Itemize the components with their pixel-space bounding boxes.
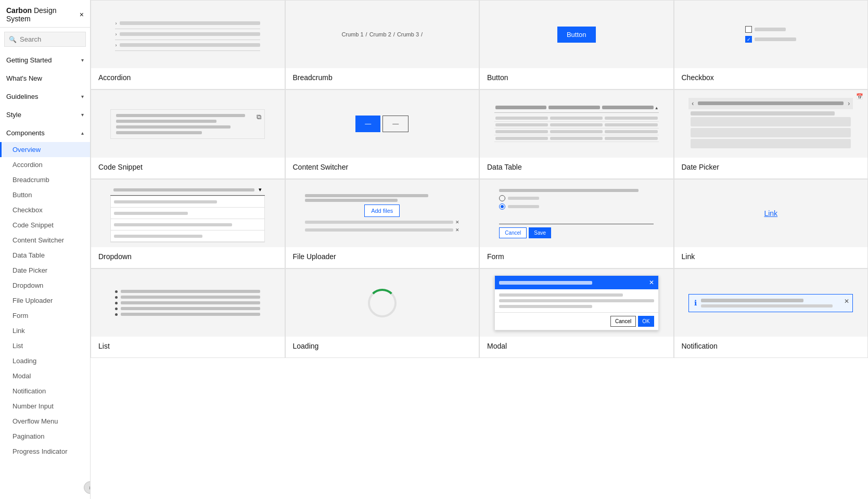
nav-section: Getting Started ▾ What's New Guidelines … <box>0 51 90 459</box>
sidebar-sub-item-progress-indicator[interactable]: Progress Indicator <box>0 444 90 459</box>
component-card-date-picker[interactable]: ‹ › 📅 <box>674 89 869 179</box>
button-preview-mock[interactable]: Button <box>557 27 596 43</box>
sidebar-sub-item-number-input[interactable]: Number Input <box>0 399 90 414</box>
sidebar-sub-item-overview[interactable]: Overview <box>0 142 90 157</box>
sidebar-sub-item-form[interactable]: Form <box>0 308 90 323</box>
component-preview-loading <box>286 269 479 337</box>
sidebar-sub-item-dropdown[interactable]: Dropdown <box>0 278 90 293</box>
search-input[interactable] <box>20 35 81 43</box>
modal-confirm-button[interactable]: OK <box>638 316 654 327</box>
component-label-loading: Loading <box>286 337 479 357</box>
radio-unselected <box>499 195 505 201</box>
component-card-list[interactable]: List <box>91 268 285 358</box>
sidebar-sub-item-pagination[interactable]: Pagination <box>0 429 90 444</box>
form-cancel-button[interactable]: Cancel <box>499 227 527 238</box>
sidebar-item-getting-started[interactable]: Getting Started ▾ <box>0 51 90 69</box>
sidebar-expand-button[interactable]: › <box>84 481 91 494</box>
component-preview-button: Button <box>480 1 673 68</box>
breadcrumb-sep: / <box>393 31 395 37</box>
code-snippet-mock: ⧉ <box>110 109 265 139</box>
sidebar-sub-item-modal[interactable]: Modal <box>0 368 90 383</box>
app-logo: Carbon Design System <box>6 6 80 23</box>
sidebar-sub-item-content-switcher[interactable]: Content Switcher <box>0 233 90 248</box>
component-card-code-snippet[interactable]: ⧉ Code Snippet <box>91 89 285 179</box>
component-card-link[interactable]: Link Link <box>674 179 869 268</box>
modal-cancel-button[interactable]: Cancel <box>610 316 636 327</box>
dp-prev-icon: ‹ <box>692 100 694 107</box>
notification-close-icon[interactable]: ✕ <box>844 298 849 305</box>
sidebar-item-label: Getting Started <box>6 56 52 64</box>
sidebar-item-whats-new[interactable]: What's New <box>0 69 90 87</box>
sidebar-sub-item-link[interactable]: Link <box>0 323 90 338</box>
chevron-down-icon: ▾ <box>81 94 84 99</box>
close-icon[interactable]: × <box>80 10 84 19</box>
component-card-loading[interactable]: Loading <box>285 268 480 358</box>
component-preview-dropdown: ▾ <box>91 180 285 247</box>
sidebar-sub-item-checkbox[interactable]: Checkbox <box>0 202 90 217</box>
component-label-file-uploader: File Uploader <box>286 247 479 268</box>
component-card-accordion[interactable]: › › › Accordion <box>91 0 285 89</box>
sidebar-sub-item-overflow-menu[interactable]: Overflow Menu <box>0 414 90 429</box>
link-mock[interactable]: Link <box>764 209 777 217</box>
remove-file-icon: ✕ <box>455 227 459 233</box>
switcher-active-btn[interactable]: — <box>355 116 380 132</box>
sidebar-sub-item-list[interactable]: List <box>0 338 90 353</box>
component-card-button[interactable]: Button Button <box>479 0 674 89</box>
component-label-form: Form <box>480 247 673 268</box>
sidebar-item-label: What's New <box>6 74 42 82</box>
remove-file-icon: ✕ <box>455 220 459 225</box>
component-preview-content-switcher: — — <box>286 90 479 158</box>
sidebar-sub-item-data-table[interactable]: Data Table <box>0 248 90 263</box>
component-label-notification: Notification <box>674 337 868 357</box>
component-label-code-snippet: Code Snippet <box>91 158 285 178</box>
sidebar-sub-item-loading[interactable]: Loading <box>0 353 90 368</box>
sidebar-sub-item-file-uploader[interactable]: File Uploader <box>0 293 90 308</box>
breadcrumb-sep: / <box>366 31 367 37</box>
sidebar-header: Carbon Design System × <box>0 0 90 28</box>
accordion-mock: › › › <box>115 18 260 51</box>
loading-spinner <box>368 289 397 317</box>
component-preview-accordion: › › › <box>91 1 285 68</box>
dropdown-mock: ▾ <box>110 184 265 242</box>
component-card-notification[interactable]: ℹ ✕ Notification <box>674 268 869 358</box>
component-card-breadcrumb[interactable]: Crumb 1 / Crumb 2 / Crumb 3 / Breadcrumb <box>285 0 480 89</box>
chevron-up-icon: ▴ <box>81 130 84 136</box>
sidebar-item-label: Style <box>6 111 21 119</box>
info-icon: ℹ <box>694 299 697 307</box>
checkbox-label <box>755 28 786 31</box>
form-submit-button[interactable]: Save <box>529 227 551 238</box>
notification-mock: ℹ ✕ <box>688 294 853 312</box>
component-preview-modal: ✕ Cancel OK <box>480 269 673 337</box>
checkbox-label <box>755 37 796 41</box>
logo-carbon: Carbon <box>6 6 32 15</box>
search-icon: 🔍 <box>9 36 17 43</box>
component-card-file-uploader[interactable]: Add files ✕ ✕ File Uploader <box>285 179 480 268</box>
sidebar-sub-item-notification[interactable]: Notification <box>0 383 90 399</box>
add-files-button[interactable]: Add files <box>364 204 400 217</box>
dp-next-icon: › <box>848 100 850 107</box>
sidebar-item-components[interactable]: Components ▴ <box>0 124 90 142</box>
component-preview-data-table: ▲ <box>480 90 673 158</box>
sidebar-sub-item-date-picker[interactable]: Date Picker <box>0 263 90 278</box>
component-card-checkbox[interactable]: ✓ Checkbox <box>674 0 869 89</box>
checkbox-row-checked: ✓ <box>745 36 796 43</box>
search-box[interactable]: 🔍 <box>4 32 86 47</box>
sidebar-sub-item-breadcrumb[interactable]: Breadcrumb <box>0 172 90 187</box>
sidebar-sub-item-button[interactable]: Button <box>0 187 90 202</box>
switcher-inactive-btn[interactable]: — <box>382 116 409 132</box>
modal-mock: ✕ Cancel OK <box>494 275 659 330</box>
component-card-modal[interactable]: ✕ Cancel OK Modal <box>479 268 674 358</box>
component-card-dropdown[interactable]: ▾ Dropdown <box>91 179 285 268</box>
sidebar-item-guidelines[interactable]: Guidelines ▾ <box>0 87 90 106</box>
content-switcher-mock: — — <box>355 116 409 132</box>
sidebar-sub-item-code-snippet[interactable]: Code Snippet <box>0 217 90 233</box>
component-card-data-table[interactable]: ▲ Data Table <box>479 89 674 179</box>
component-label-breadcrumb: Breadcrumb <box>286 68 479 89</box>
component-card-form[interactable]: Cancel Save Form <box>479 179 674 268</box>
sidebar-item-style[interactable]: Style ▾ <box>0 106 90 124</box>
breadcrumb-mock: Crumb 1 / Crumb 2 / Crumb 3 / <box>341 31 423 37</box>
sidebar-sub-item-accordion[interactable]: Accordion <box>0 157 90 172</box>
component-label-data-table: Data Table <box>480 158 673 178</box>
component-card-content-switcher[interactable]: — — Content Switcher <box>285 89 480 179</box>
date-picker-mock: ‹ › <box>688 98 853 150</box>
